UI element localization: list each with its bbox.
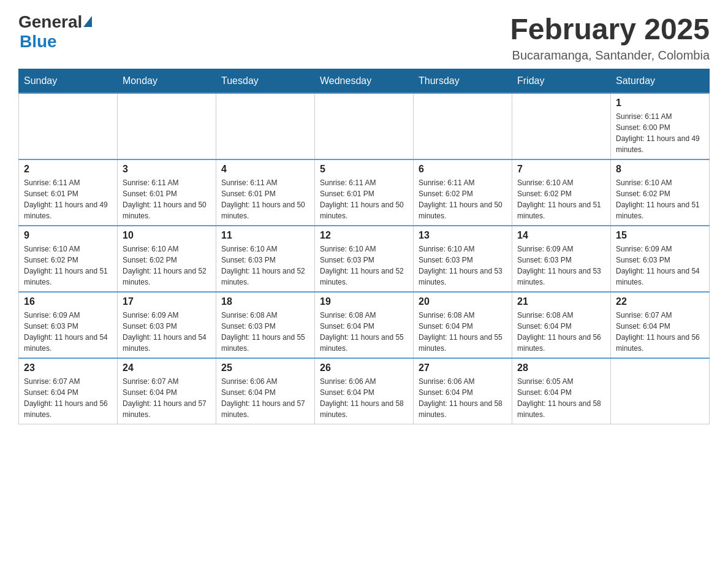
- calendar-cell: 9Sunrise: 6:10 AMSunset: 6:02 PMDaylight…: [19, 226, 118, 292]
- day-info: Sunrise: 6:11 AMSunset: 6:02 PMDaylight:…: [419, 177, 507, 221]
- week-row-1: 2Sunrise: 6:11 AMSunset: 6:01 PMDaylight…: [19, 159, 710, 226]
- day-info: Sunrise: 6:07 AMSunset: 6:04 PMDaylight:…: [24, 376, 112, 420]
- day-info: Sunrise: 6:06 AMSunset: 6:04 PMDaylight:…: [320, 376, 408, 420]
- day-number: 26: [320, 362, 408, 373]
- day-number: 3: [123, 164, 211, 175]
- day-number: 27: [419, 362, 507, 373]
- calendar-cell: 5Sunrise: 6:11 AMSunset: 6:01 PMDaylight…: [315, 159, 414, 226]
- calendar-cell: 13Sunrise: 6:10 AMSunset: 6:03 PMDayligh…: [414, 226, 512, 292]
- day-info: Sunrise: 6:08 AMSunset: 6:04 PMDaylight:…: [419, 310, 507, 354]
- day-info: Sunrise: 6:11 AMSunset: 6:01 PMDaylight:…: [221, 177, 309, 221]
- day-info: Sunrise: 6:06 AMSunset: 6:04 PMDaylight:…: [221, 376, 309, 420]
- month-year-title: February 2025: [510, 12, 710, 46]
- day-number: 14: [517, 230, 605, 241]
- header-wednesday: Wednesday: [315, 69, 414, 94]
- day-info: Sunrise: 6:10 AMSunset: 6:02 PMDaylight:…: [123, 243, 211, 288]
- logo-blue-text: Blue: [20, 32, 57, 52]
- title-section: February 2025 Bucaramanga, Santander, Co…: [510, 12, 710, 63]
- day-number: 12: [320, 230, 408, 241]
- calendar-cell: 28Sunrise: 6:05 AMSunset: 6:04 PMDayligh…: [512, 358, 611, 424]
- logo: General Blue: [18, 12, 92, 52]
- week-row-4: 23Sunrise: 6:07 AMSunset: 6:04 PMDayligh…: [19, 358, 710, 424]
- day-info: Sunrise: 6:08 AMSunset: 6:04 PMDaylight:…: [320, 310, 408, 354]
- day-info: Sunrise: 6:09 AMSunset: 6:03 PMDaylight:…: [517, 243, 605, 288]
- calendar-cell: 21Sunrise: 6:08 AMSunset: 6:04 PMDayligh…: [512, 292, 611, 358]
- day-number: 25: [221, 362, 309, 373]
- day-info: Sunrise: 6:06 AMSunset: 6:04 PMDaylight:…: [419, 376, 507, 420]
- calendar-cell: 6Sunrise: 6:11 AMSunset: 6:02 PMDaylight…: [414, 159, 512, 226]
- day-info: Sunrise: 6:09 AMSunset: 6:03 PMDaylight:…: [123, 310, 211, 354]
- day-number: 4: [221, 164, 309, 175]
- calendar-cell: [611, 358, 710, 424]
- header-monday: Monday: [118, 69, 216, 94]
- day-info: Sunrise: 6:05 AMSunset: 6:04 PMDaylight:…: [517, 376, 605, 420]
- day-number: 1: [616, 98, 704, 109]
- day-info: Sunrise: 6:10 AMSunset: 6:03 PMDaylight:…: [419, 243, 507, 288]
- day-number: 18: [221, 296, 309, 307]
- header-friday: Friday: [512, 69, 611, 94]
- day-number: 22: [616, 296, 704, 307]
- calendar-cell: 18Sunrise: 6:08 AMSunset: 6:03 PMDayligh…: [216, 292, 315, 358]
- day-number: 19: [320, 296, 408, 307]
- logo-general-text: General: [18, 12, 82, 32]
- calendar-cell: 19Sunrise: 6:08 AMSunset: 6:04 PMDayligh…: [315, 292, 414, 358]
- header-tuesday: Tuesday: [216, 69, 315, 94]
- day-info: Sunrise: 6:10 AMSunset: 6:02 PMDaylight:…: [24, 243, 112, 288]
- week-row-2: 9Sunrise: 6:10 AMSunset: 6:02 PMDaylight…: [19, 226, 710, 292]
- header-saturday: Saturday: [611, 69, 710, 94]
- day-info: Sunrise: 6:11 AMSunset: 6:01 PMDaylight:…: [123, 177, 211, 221]
- day-info: Sunrise: 6:11 AMSunset: 6:01 PMDaylight:…: [24, 177, 112, 221]
- logo-triangle-icon: [83, 16, 92, 27]
- day-info: Sunrise: 6:10 AMSunset: 6:03 PMDaylight:…: [320, 243, 408, 288]
- day-number: 20: [419, 296, 507, 307]
- day-number: 15: [616, 230, 704, 241]
- calendar-cell: 12Sunrise: 6:10 AMSunset: 6:03 PMDayligh…: [315, 226, 414, 292]
- day-info: Sunrise: 6:10 AMSunset: 6:02 PMDaylight:…: [616, 177, 704, 221]
- calendar-cell: 25Sunrise: 6:06 AMSunset: 6:04 PMDayligh…: [216, 358, 315, 424]
- calendar-cell: 26Sunrise: 6:06 AMSunset: 6:04 PMDayligh…: [315, 358, 414, 424]
- day-info: Sunrise: 6:11 AMSunset: 6:01 PMDaylight:…: [320, 177, 408, 221]
- calendar-cell: 10Sunrise: 6:10 AMSunset: 6:02 PMDayligh…: [118, 226, 216, 292]
- calendar-cell: [216, 93, 315, 159]
- day-info: Sunrise: 6:09 AMSunset: 6:03 PMDaylight:…: [616, 243, 704, 288]
- day-info: Sunrise: 6:10 AMSunset: 6:02 PMDaylight:…: [517, 177, 605, 221]
- day-number: 2: [24, 164, 112, 175]
- day-info: Sunrise: 6:07 AMSunset: 6:04 PMDaylight:…: [123, 376, 211, 420]
- calendar-cell: [512, 93, 611, 159]
- calendar-cell: 1Sunrise: 6:11 AMSunset: 6:00 PMDaylight…: [611, 93, 710, 159]
- day-info: Sunrise: 6:09 AMSunset: 6:03 PMDaylight:…: [24, 310, 112, 354]
- day-info: Sunrise: 6:11 AMSunset: 6:00 PMDaylight:…: [616, 111, 704, 155]
- day-number: 23: [24, 362, 112, 373]
- calendar-cell: 3Sunrise: 6:11 AMSunset: 6:01 PMDaylight…: [118, 159, 216, 226]
- day-number: 10: [123, 230, 211, 241]
- calendar-cell: 14Sunrise: 6:09 AMSunset: 6:03 PMDayligh…: [512, 226, 611, 292]
- day-number: 5: [320, 164, 408, 175]
- day-number: 13: [419, 230, 507, 241]
- calendar-cell: 23Sunrise: 6:07 AMSunset: 6:04 PMDayligh…: [19, 358, 118, 424]
- week-row-0: 1Sunrise: 6:11 AMSunset: 6:00 PMDaylight…: [19, 93, 710, 159]
- day-info: Sunrise: 6:10 AMSunset: 6:03 PMDaylight:…: [221, 243, 309, 288]
- header-thursday: Thursday: [414, 69, 512, 94]
- day-number: 24: [123, 362, 211, 373]
- calendar-cell: 7Sunrise: 6:10 AMSunset: 6:02 PMDaylight…: [512, 159, 611, 226]
- calendar-cell: 22Sunrise: 6:07 AMSunset: 6:04 PMDayligh…: [611, 292, 710, 358]
- page-header: General Blue February 2025 Bucaramanga, …: [18, 12, 710, 63]
- calendar-cell: [414, 93, 512, 159]
- calendar-cell: [19, 93, 118, 159]
- calendar-table: SundayMondayTuesdayWednesdayThursdayFrid…: [18, 69, 710, 424]
- day-number: 28: [517, 362, 605, 373]
- calendar-cell: 24Sunrise: 6:07 AMSunset: 6:04 PMDayligh…: [118, 358, 216, 424]
- header-row: SundayMondayTuesdayWednesdayThursdayFrid…: [19, 69, 710, 94]
- calendar-cell: 2Sunrise: 6:11 AMSunset: 6:01 PMDaylight…: [19, 159, 118, 226]
- calendar-cell: 11Sunrise: 6:10 AMSunset: 6:03 PMDayligh…: [216, 226, 315, 292]
- calendar-body: 1Sunrise: 6:11 AMSunset: 6:00 PMDaylight…: [19, 93, 710, 424]
- calendar-cell: 20Sunrise: 6:08 AMSunset: 6:04 PMDayligh…: [414, 292, 512, 358]
- day-number: 21: [517, 296, 605, 307]
- day-number: 16: [24, 296, 112, 307]
- day-number: 6: [419, 164, 507, 175]
- day-number: 7: [517, 164, 605, 175]
- calendar-cell: 8Sunrise: 6:10 AMSunset: 6:02 PMDaylight…: [611, 159, 710, 226]
- day-info: Sunrise: 6:08 AMSunset: 6:03 PMDaylight:…: [221, 310, 309, 354]
- week-row-3: 16Sunrise: 6:09 AMSunset: 6:03 PMDayligh…: [19, 292, 710, 358]
- day-number: 17: [123, 296, 211, 307]
